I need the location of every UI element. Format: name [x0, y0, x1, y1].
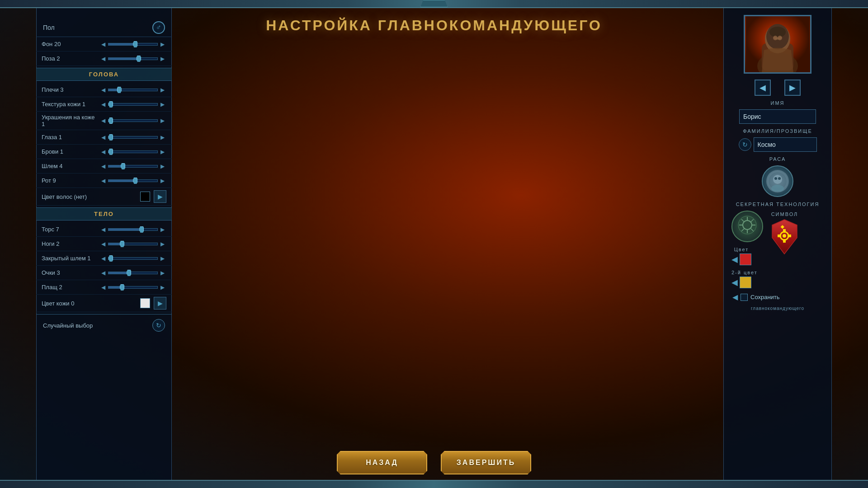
tech-symbol-row: Цвет ◀ 2-й цвет ◀ СИМВОЛ — [728, 211, 827, 288]
symbol-selector[interactable] — [770, 219, 799, 255]
slider-skin-decor-track[interactable] — [108, 119, 158, 122]
bottom-buttons: НАЗАД ЗАВЕРШИТЬ — [337, 451, 531, 474]
gender-toggle[interactable]: ♂ — [152, 21, 165, 34]
slider-background-track[interactable] — [108, 43, 158, 46]
slider-glasses-track[interactable] — [108, 272, 158, 274]
slider-skin-decor-prev[interactable]: ◀ — [99, 117, 107, 125]
random-label: Случайный выбор — [43, 322, 93, 329]
gender-label: Пол — [43, 24, 55, 31]
slider-torso-track[interactable] — [108, 228, 158, 231]
slider-eyebrows-track[interactable] — [108, 150, 158, 153]
slider-closed-helmet-track[interactable] — [108, 257, 158, 260]
surname-section-label: ФАМИЛИЯ/ПРОЗВИЩЕ — [743, 128, 812, 134]
slider-background-label: Фон 20 — [42, 41, 99, 47]
slider-eyebrows-next[interactable]: ▶ — [159, 148, 166, 156]
slider-torso-next[interactable]: ▶ — [159, 225, 166, 234]
race-selector[interactable] — [762, 165, 793, 197]
slider-mouth-next[interactable]: ▶ — [159, 177, 166, 185]
slider-closed-helmet-prev[interactable]: ◀ — [99, 254, 107, 263]
symbol-shield — [770, 219, 799, 255]
name-section-label: ИМЯ — [770, 100, 784, 106]
slider-skin-texture-track[interactable] — [108, 103, 158, 106]
portrait-content — [745, 16, 810, 72]
slider-mouth-track[interactable] — [108, 179, 158, 182]
slider-torso-prev[interactable]: ◀ — [99, 225, 107, 234]
svg-point-25 — [783, 234, 786, 238]
slider-cloak-prev[interactable]: ◀ — [99, 283, 107, 291]
save-row: ◀ Сохранить — [728, 292, 827, 302]
symbol-color-prev[interactable]: ◀ — [732, 293, 738, 301]
right-panel: ◀ ▶ ИМЯ ФАМИЛИЯ/ПРОЗВИЩЕ ↻ РАСА — [723, 8, 832, 480]
color2-swatch[interactable] — [740, 277, 751, 288]
color2-row: ◀ — [731, 277, 758, 288]
slider-pose: Поза 2 ◀ ▶ — [36, 52, 172, 66]
color1-swatch[interactable] — [740, 253, 751, 265]
color2-prev[interactable]: ◀ — [731, 277, 738, 287]
slider-helmet-prev[interactable]: ◀ — [99, 162, 107, 170]
tech-selector[interactable] — [731, 211, 763, 242]
slider-shoulders-next[interactable]: ▶ — [159, 86, 166, 94]
slider-skin-texture: Текстура кожи 1 ◀ ▶ — [36, 97, 172, 112]
slider-glasses-prev[interactable]: ◀ — [99, 269, 107, 277]
slider-closed-helmet-next[interactable]: ▶ — [159, 254, 166, 263]
left-panel-content: Пол ♂ Фон 20 ◀ ▶ Поза 2 ◀ ▶ ГОЛОВА — [36, 15, 172, 473]
surname-input[interactable] — [754, 137, 817, 152]
slider-helmet-track[interactable] — [108, 165, 158, 168]
name-input[interactable] — [739, 109, 816, 124]
slider-eyes-label: Глаза 1 — [42, 134, 99, 141]
symbol-checkbox[interactable] — [741, 294, 748, 301]
svg-rect-27 — [783, 239, 786, 243]
color1-section: Цвет ◀ — [731, 246, 751, 265]
slider-shoulders-track[interactable] — [108, 89, 158, 91]
slider-skin-decor-label: Украшения на коже 1 — [42, 114, 99, 127]
slider-skin-texture-prev[interactable]: ◀ — [99, 100, 107, 108]
save-label: Сохранить — [750, 294, 780, 300]
slider-shoulders-label: Плечи 3 — [42, 86, 99, 93]
tech-label: СЕКРЕТНАЯ ТЕХНОЛОГИЯ — [736, 202, 820, 207]
surname-refresh-button[interactable]: ↻ — [739, 138, 751, 151]
slider-legs-next[interactable]: ▶ — [159, 240, 166, 248]
slider-eyes-next[interactable]: ▶ — [159, 133, 166, 141]
slider-background-next[interactable]: ▶ — [159, 40, 166, 48]
slider-glasses-label: Очки 3 — [42, 269, 99, 276]
hair-color-row: Цвет волос (нет) ▶ — [36, 188, 172, 206]
finish-button[interactable]: ЗАВЕРШИТЬ — [441, 451, 531, 474]
slider-legs-prev[interactable]: ◀ — [99, 240, 107, 248]
slider-shoulders-prev[interactable]: ◀ — [99, 86, 107, 94]
slider-legs-track[interactable] — [108, 243, 158, 245]
slider-background: Фон 20 ◀ ▶ — [36, 37, 172, 52]
skin-color-label: Цвет кожи 0 — [42, 300, 137, 307]
svg-rect-29 — [788, 235, 791, 237]
slider-pose-prev[interactable]: ◀ — [99, 55, 107, 63]
portrait-nav: ◀ ▶ — [755, 80, 801, 96]
slider-cloak-next[interactable]: ▶ — [159, 283, 166, 291]
slider-cloak-label: Плащ 2 — [42, 284, 99, 291]
hair-color-swatch[interactable] — [140, 192, 150, 202]
slider-eyes-prev[interactable]: ◀ — [99, 133, 107, 141]
bottom-bar — [0, 480, 868, 488]
slider-cloak-track[interactable] — [108, 286, 158, 289]
back-button[interactable]: НАЗАД — [337, 451, 427, 474]
portrait-prev-button[interactable]: ◀ — [755, 80, 771, 96]
slider-pose-track[interactable] — [108, 57, 158, 60]
skin-color-next[interactable]: ▶ — [154, 297, 166, 310]
slider-pose-next[interactable]: ▶ — [159, 55, 166, 63]
slider-skin-texture-next[interactable]: ▶ — [159, 100, 166, 108]
slider-skin-decor-next[interactable]: ▶ — [159, 117, 166, 125]
left-panel: Пол ♂ Фон 20 ◀ ▶ Поза 2 ◀ ▶ ГОЛОВА — [36, 8, 172, 480]
slider-eyes-track[interactable] — [108, 136, 158, 139]
slider-helmet-next[interactable]: ▶ — [159, 162, 166, 170]
portrait-next-button[interactable]: ▶ — [784, 80, 801, 96]
slider-glasses-next[interactable]: ▶ — [159, 269, 166, 277]
random-button[interactable]: ↻ — [152, 319, 165, 332]
color1-row: ◀ — [731, 253, 751, 265]
hair-color-next[interactable]: ▶ — [154, 190, 166, 203]
svg-point-8 — [778, 36, 782, 40]
slider-eyes: Глаза 1 ◀ ▶ — [36, 130, 172, 145]
skin-color-swatch[interactable] — [140, 298, 150, 308]
svg-point-7 — [773, 36, 778, 40]
color1-prev[interactable]: ◀ — [731, 254, 738, 264]
slider-eyebrows-prev[interactable]: ◀ — [99, 148, 107, 156]
slider-background-prev[interactable]: ◀ — [99, 40, 107, 48]
slider-mouth-prev[interactable]: ◀ — [99, 177, 107, 185]
